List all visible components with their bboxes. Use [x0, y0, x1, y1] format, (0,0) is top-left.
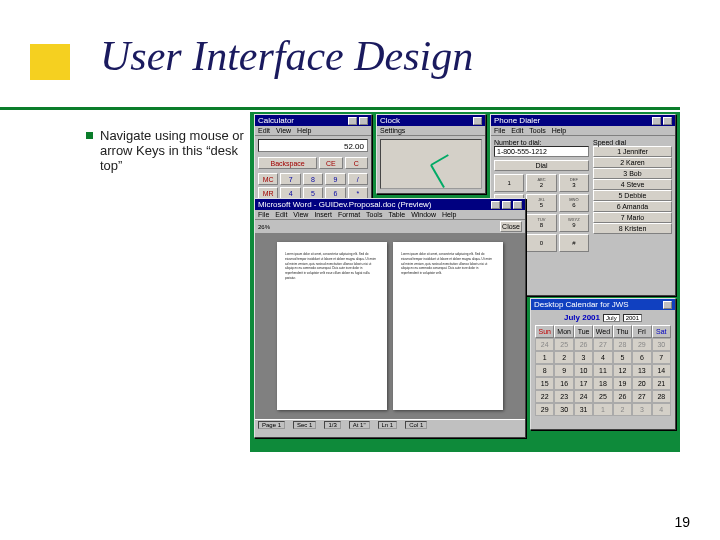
calendar-day[interactable]: 13: [632, 364, 651, 377]
calendar-day[interactable]: 25: [554, 338, 573, 351]
speed-dial-3[interactable]: 3 Bob: [593, 168, 672, 179]
calendar-day[interactable]: 28: [613, 338, 632, 351]
keypad-0[interactable]: 0: [526, 234, 556, 252]
calendar-day[interactable]: 30: [652, 338, 671, 351]
close-button[interactable]: [663, 301, 672, 309]
speed-dial-2[interactable]: 2 Karen: [593, 157, 672, 168]
menu-settings[interactable]: Settings: [380, 127, 405, 134]
cal-titlebar[interactable]: Desktop Calendar for JWS: [531, 299, 675, 310]
calendar-day[interactable]: 27: [593, 338, 612, 351]
menu-edit[interactable]: Edit: [258, 127, 270, 134]
minimize-button[interactable]: [348, 117, 357, 125]
number-input[interactable]: 1-800-555-1212: [494, 146, 589, 157]
zoom-value[interactable]: 26%: [258, 224, 270, 230]
menu-edit[interactable]: Edit: [275, 211, 287, 218]
speed-dial-7[interactable]: 7 Mario: [593, 212, 672, 223]
menu-format[interactable]: Format: [338, 211, 360, 218]
calendar-window[interactable]: Desktop Calendar for JWS July 2001 July …: [530, 298, 676, 430]
calendar-day[interactable]: 4: [652, 403, 671, 416]
keypad-1[interactable]: 1: [494, 174, 524, 192]
calendar-day[interactable]: 5: [613, 351, 632, 364]
calendar-day[interactable]: 17: [574, 377, 593, 390]
calendar-day[interactable]: 26: [613, 390, 632, 403]
menu-insert[interactable]: Insert: [314, 211, 332, 218]
calendar-day[interactable]: 31: [574, 403, 593, 416]
menu-help[interactable]: Help: [442, 211, 456, 218]
minimize-button[interactable]: [652, 117, 661, 125]
word-pages[interactable]: Lorem ipsum dolor sit amet, consectetur …: [255, 234, 525, 419]
calendar-day[interactable]: 25: [593, 390, 612, 403]
menu-table[interactable]: Table: [388, 211, 405, 218]
calendar-day[interactable]: 29: [632, 338, 651, 351]
calc-key[interactable]: 9: [325, 173, 345, 185]
calendar-day[interactable]: 14: [652, 364, 671, 377]
calendar-day[interactable]: 11: [593, 364, 612, 377]
menu-view[interactable]: View: [276, 127, 291, 134]
menu-tools[interactable]: Tools: [366, 211, 382, 218]
word-titlebar[interactable]: Microsoft Word - GUIDev.Proposal.doc (Pr…: [255, 199, 525, 210]
calendar-day[interactable]: 24: [574, 390, 593, 403]
calendar-day[interactable]: 21: [652, 377, 671, 390]
calendar-day[interactable]: 1: [593, 403, 612, 416]
calendar-day[interactable]: 30: [554, 403, 573, 416]
calendar-day[interactable]: 20: [632, 377, 651, 390]
calc-ce-button[interactable]: CE: [319, 157, 342, 169]
close-preview-button[interactable]: Close: [500, 221, 522, 232]
keypad-9[interactable]: WXYZ9: [559, 214, 589, 232]
calc-key[interactable]: MC: [258, 173, 278, 185]
calc-key[interactable]: 7: [280, 173, 300, 185]
menu-file[interactable]: File: [494, 127, 505, 134]
year-select[interactable]: 2001: [623, 314, 642, 322]
calendar-day[interactable]: 3: [574, 351, 593, 364]
calendar-day[interactable]: 12: [613, 364, 632, 377]
phone-titlebar[interactable]: Phone Dialer: [491, 115, 675, 126]
calendar-day[interactable]: 28: [652, 390, 671, 403]
calendar-day[interactable]: 6: [632, 351, 651, 364]
close-button[interactable]: [513, 201, 522, 209]
calendar-day[interactable]: 10: [574, 364, 593, 377]
calendar-day[interactable]: 8: [535, 364, 554, 377]
menu-help[interactable]: Help: [297, 127, 311, 134]
speed-dial-6[interactable]: 6 Amanda: [593, 201, 672, 212]
minimize-button[interactable]: [491, 201, 500, 209]
keypad-5[interactable]: JKL5: [526, 194, 556, 212]
calendar-day[interactable]: 23: [554, 390, 573, 403]
keypad-2[interactable]: ABC2: [526, 174, 556, 192]
keypad-3[interactable]: DEF3: [559, 174, 589, 192]
month-select[interactable]: July: [603, 314, 620, 322]
maximize-button[interactable]: [502, 201, 511, 209]
speed-dial-5[interactable]: 5 Debbie: [593, 190, 672, 201]
calendar-day[interactable]: 4: [593, 351, 612, 364]
menu-file[interactable]: File: [258, 211, 269, 218]
calendar-day[interactable]: 18: [593, 377, 612, 390]
speed-dial-8[interactable]: 8 Kristen: [593, 223, 672, 234]
calendar-day[interactable]: 19: [613, 377, 632, 390]
clock-titlebar[interactable]: Clock: [377, 115, 485, 126]
close-button[interactable]: [663, 117, 672, 125]
menu-view[interactable]: View: [293, 211, 308, 218]
calendar-day[interactable]: 1: [535, 351, 554, 364]
calendar-day[interactable]: 16: [554, 377, 573, 390]
calc-c-button[interactable]: C: [345, 157, 368, 169]
keypad-6[interactable]: MNO6: [559, 194, 589, 212]
calendar-day[interactable]: 3: [632, 403, 651, 416]
menu-window[interactable]: Window: [411, 211, 436, 218]
calendar-day[interactable]: 27: [632, 390, 651, 403]
calculator-window[interactable]: Calculator Edit View Help 52.00 Backspac…: [254, 114, 372, 209]
calendar-day[interactable]: 15: [535, 377, 554, 390]
calc-backspace-button[interactable]: Backspace: [258, 157, 317, 169]
calendar-day[interactable]: 29: [535, 403, 554, 416]
menu-help[interactable]: Help: [552, 127, 566, 134]
dial-button[interactable]: Dial: [494, 160, 589, 171]
clock-window[interactable]: Clock Settings: [376, 114, 486, 194]
menu-tools[interactable]: Tools: [529, 127, 545, 134]
speed-dial-4[interactable]: 4 Steve: [593, 179, 672, 190]
calc-key[interactable]: 8: [303, 173, 323, 185]
calendar-day[interactable]: 2: [613, 403, 632, 416]
calc-titlebar[interactable]: Calculator: [255, 115, 371, 126]
close-button[interactable]: [473, 117, 482, 125]
calendar-day[interactable]: 22: [535, 390, 554, 403]
word-window[interactable]: Microsoft Word - GUIDev.Proposal.doc (Pr…: [254, 198, 526, 438]
calc-key[interactable]: /: [348, 173, 368, 185]
calendar-day[interactable]: 9: [554, 364, 573, 377]
